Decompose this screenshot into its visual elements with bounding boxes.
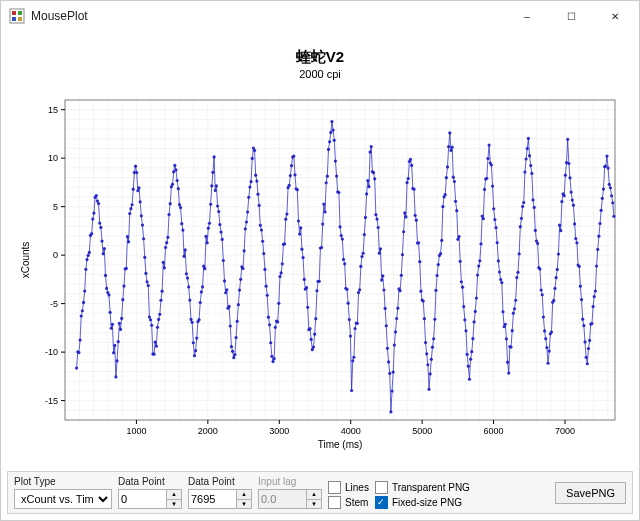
lines-checkbox-label: Lines [345,482,369,493]
transparent-checkbox-row[interactable]: Transparent PNG [375,481,470,494]
chart: 蝰蛇V22000 cpi1000200030004000500060007000… [15,35,625,465]
maximize-button[interactable]: ☐ [549,1,593,31]
svg-text:2000 cpi: 2000 cpi [299,68,341,80]
svg-text:xCounts: xCounts [20,242,31,279]
svg-text:6000: 6000 [484,426,504,436]
start-point-label: Data Point [118,476,182,487]
svg-text:0: 0 [53,250,58,260]
svg-text:15: 15 [48,105,58,115]
start-point-control: Data Point ▲▼ [118,476,182,509]
svg-text:10: 10 [48,153,58,163]
lines-checkbox[interactable] [328,481,341,494]
svg-rect-80 [65,100,615,420]
svg-text:2000: 2000 [198,426,218,436]
window-controls: – ☐ ✕ [505,1,637,31]
svg-text:-5: -5 [50,299,58,309]
svg-text:-15: -15 [45,396,58,406]
window-title: MousePlot [31,9,505,23]
end-point-input[interactable] [188,489,236,509]
minimize-button[interactable]: – [505,1,549,31]
plot-type-select[interactable]: xCount vs. Time [14,489,112,509]
fixed-checkbox[interactable] [375,496,388,509]
start-point-input[interactable] [118,489,166,509]
svg-text:Time (ms): Time (ms) [318,439,363,450]
svg-text:4000: 4000 [341,426,361,436]
fixed-checkbox-row[interactable]: Fixed-size PNG [375,496,470,509]
transparent-checkbox-label: Transparent PNG [392,482,470,493]
start-point-spin[interactable]: ▲▼ [166,489,182,509]
svg-text:5: 5 [53,202,58,212]
plot-area: 蝰蛇V22000 cpi1000200030004000500060007000… [1,31,639,469]
input-lag-label: Input lag [258,476,322,487]
app-icon [9,8,25,24]
svg-rect-1 [12,11,16,15]
stem-checkbox-row[interactable]: Stem [328,496,369,509]
svg-rect-4 [18,17,22,21]
svg-text:3000: 3000 [269,426,289,436]
input-lag-spin: ▲▼ [306,489,322,509]
end-point-control: Data Point ▲▼ [188,476,252,509]
stem-checkbox[interactable] [328,496,341,509]
svg-text:7000: 7000 [555,426,575,436]
input-lag-input [258,489,306,509]
lines-checkbox-row[interactable]: Lines [328,481,369,494]
end-point-label: Data Point [188,476,252,487]
stem-checkbox-label: Stem [345,497,368,508]
controls-panel: Plot Type xCount vs. Time Data Point ▲▼ … [7,471,633,514]
svg-rect-2 [18,11,22,15]
app-window: MousePlot – ☐ ✕ 蝰蛇V22000 cpi100020003000… [0,0,640,521]
svg-text:蝰蛇V2: 蝰蛇V2 [295,48,344,65]
save-png-button[interactable]: SavePNG [555,482,626,504]
close-button[interactable]: ✕ [593,1,637,31]
svg-rect-3 [12,17,16,21]
svg-text:-10: -10 [45,347,58,357]
transparent-checkbox[interactable] [375,481,388,494]
plot-type-control: Plot Type xCount vs. Time [14,476,112,509]
plot-type-label: Plot Type [14,476,112,487]
titlebar: MousePlot – ☐ ✕ [1,1,639,31]
input-lag-control: Input lag ▲▼ [258,476,322,509]
svg-text:5000: 5000 [412,426,432,436]
svg-text:1000: 1000 [126,426,146,436]
end-point-spin[interactable]: ▲▼ [236,489,252,509]
fixed-checkbox-label: Fixed-size PNG [392,497,462,508]
